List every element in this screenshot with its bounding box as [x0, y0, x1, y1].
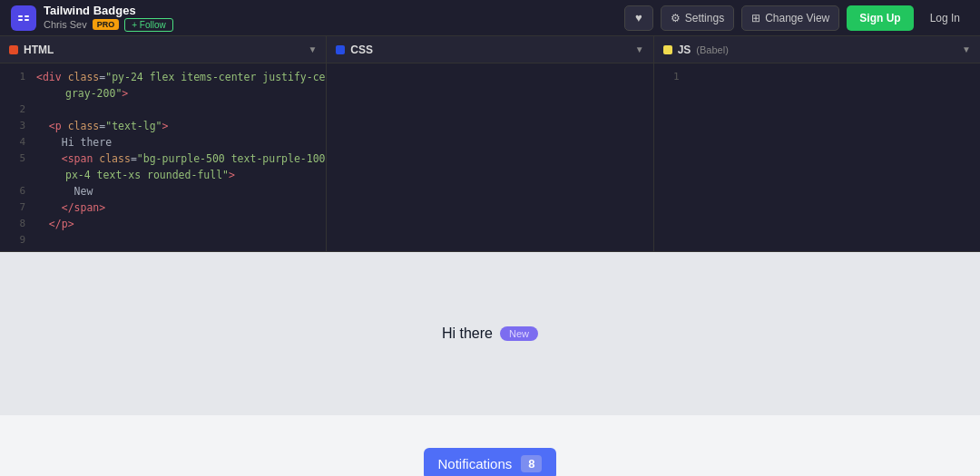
svg-rect-2 — [18, 19, 23, 21]
css-panel-chevron[interactable]: ▼ — [635, 44, 644, 54]
js-dot — [663, 45, 672, 54]
code-line: 10</div> — [0, 248, 326, 251]
navbar-actions: ♥ ⚙ Settings ⊞ Change View Sign Up Log I… — [624, 5, 969, 31]
svg-rect-0 — [18, 15, 23, 17]
code-line: gray-200"> — [0, 85, 326, 102]
change-view-icon: ⊞ — [751, 12, 760, 24]
login-button[interactable]: Log In — [921, 5, 969, 31]
code-line: 6 New — [0, 183, 326, 199]
preview-area: Hi there New — [0, 252, 980, 415]
code-line: 7 </span> — [0, 199, 326, 216]
html-panel-title-row: HTML — [9, 44, 54, 56]
css-panel: CSS ▼ — [327, 36, 653, 251]
heart-button[interactable]: ♥ — [624, 5, 653, 31]
editor-area: HTML ▼ 1<div class="py-24 flex items-cen… — [0, 36, 980, 252]
bottom-area: Notifications 8 — [0, 415, 980, 476]
css-panel-header: CSS ▼ — [327, 36, 652, 63]
code-line: px-4 text-xs rounded-full"> — [0, 167, 326, 183]
settings-label: Settings — [685, 12, 724, 24]
brand-sub: Chris Sev PRO + Follow — [44, 18, 173, 32]
notifications-count-badge: 8 — [521, 455, 542, 472]
preview-badge-new: New — [500, 326, 538, 341]
css-dot — [336, 45, 345, 54]
notifications-button[interactable]: Notifications 8 — [424, 448, 557, 476]
js-panel-title: JS — [678, 44, 691, 56]
html-panel-header: HTML ▼ — [0, 36, 326, 63]
css-panel-title: CSS — [350, 44, 373, 56]
code-line: 3 <p class="text-lg"> — [0, 118, 326, 134]
html-panel-chevron[interactable]: ▼ — [308, 44, 317, 54]
brand-logo — [11, 5, 36, 31]
js-panel-chevron[interactable]: ▼ — [962, 44, 971, 54]
html-dot — [9, 45, 18, 54]
js-panel-subtitle: (Babel) — [696, 44, 728, 55]
code-line: 4 Hi there — [0, 134, 326, 151]
change-view-label: Change View — [765, 12, 829, 24]
css-panel-title-row: CSS — [336, 44, 373, 56]
settings-button[interactable]: ⚙ Settings — [661, 5, 734, 31]
html-panel-body[interactable]: 1<div class="py-24 flex items-center jus… — [0, 63, 326, 251]
svg-rect-1 — [24, 15, 29, 17]
code-line: 5 <span class="bg-purple-500 text-purple… — [0, 151, 326, 167]
preview-text: Hi there — [442, 325, 493, 342]
css-panel-body[interactable] — [327, 63, 652, 251]
code-line: 9 — [0, 232, 326, 248]
heart-icon: ♥ — [635, 11, 642, 24]
brand-title: Tailwind Badges — [44, 4, 173, 18]
signup-button[interactable]: Sign Up — [847, 5, 913, 31]
js-panel: JS (Babel) ▼ 1 — [654, 36, 980, 251]
gear-icon: ⚙ — [671, 12, 681, 24]
navbar: Tailwind Badges Chris Sev PRO + Follow ♥… — [0, 0, 980, 36]
badge-pro: PRO — [93, 19, 120, 30]
js-panel-header: JS (Babel) ▼ — [654, 36, 980, 63]
js-panel-title-row: JS (Babel) — [663, 44, 729, 56]
change-view-button[interactable]: ⊞ Change View — [741, 5, 839, 31]
html-panel-title: HTML — [24, 44, 54, 56]
code-line: 1<div class="py-24 flex items-center jus… — [0, 69, 326, 85]
follow-button[interactable]: + Follow — [124, 18, 173, 32]
preview-content: Hi there New — [442, 325, 538, 342]
svg-rect-3 — [24, 19, 29, 21]
navbar-brand: Tailwind Badges Chris Sev PRO + Follow — [11, 4, 624, 32]
code-line: 2 — [0, 102, 326, 118]
brand-info: Tailwind Badges Chris Sev PRO + Follow — [44, 4, 173, 32]
html-panel: HTML ▼ 1<div class="py-24 flex items-cen… — [0, 36, 327, 251]
brand-user: Chris Sev — [44, 19, 87, 30]
code-line: 8 </p> — [0, 216, 326, 232]
js-panel-body[interactable]: 1 — [654, 63, 980, 251]
code-line: 1 — [654, 69, 980, 85]
notifications-label: Notifications — [438, 456, 513, 471]
